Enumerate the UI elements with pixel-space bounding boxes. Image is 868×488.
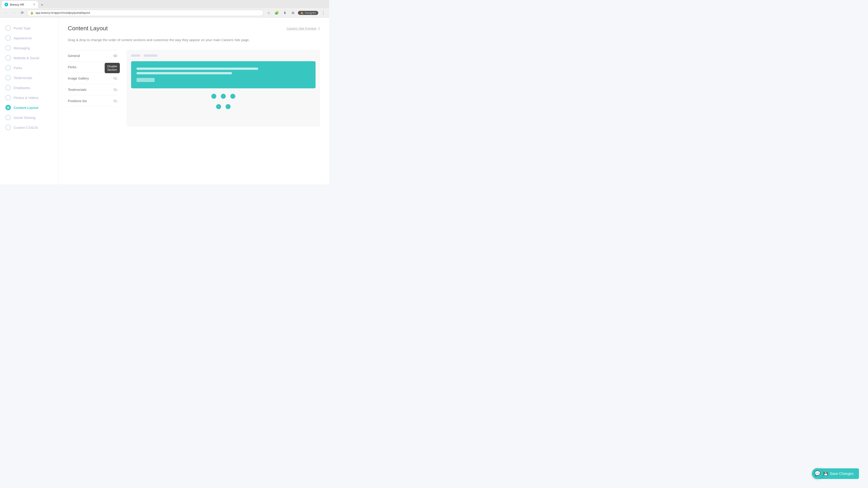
preview-panel xyxy=(127,50,320,127)
sidebar-item-appearance[interactable]: Appearance xyxy=(0,33,59,43)
sidebar-item-content-layout[interactable]: Content Layout xyxy=(0,103,59,112)
sidebar-label-photos-videos: Photos & Videos xyxy=(13,96,39,100)
sidebar-item-portal-type[interactable]: Portal Type xyxy=(0,23,59,33)
preview-hero-btn xyxy=(136,78,155,82)
active-tab[interactable]: B Breezy HR ✕ xyxy=(2,1,38,8)
careers-preview-link[interactable]: Careers Site Preview ↗ xyxy=(287,27,320,30)
section-name-positions-list: Positions list xyxy=(68,99,87,103)
section-row-testimonials: Testimonials xyxy=(68,84,118,95)
sidebar-label-messaging: Messaging xyxy=(13,46,30,50)
browser-toolbar: ← → ⟳ 🔒 app.breezy.hr/app/c/moodjoy/port… xyxy=(0,8,329,18)
preview-dot xyxy=(216,104,221,109)
preview-hero-line1 xyxy=(136,68,258,70)
main-content: Content Layout Careers Site Preview ↗ Dr… xyxy=(59,18,329,184)
browser-tab-row: B Breezy HR ✕ + xyxy=(0,0,329,8)
app-layout: Portal TypeAppearanceMessagingWebsite & … xyxy=(0,18,329,184)
tab-title: Breezy HR xyxy=(10,3,24,6)
sidebar-item-employees[interactable]: Employees xyxy=(0,83,59,93)
section-eye-general[interactable] xyxy=(113,54,118,57)
preview-dots-row-2 xyxy=(216,104,230,109)
toolbar-right: ☆ 🧩 ⬇ ⧉ 🕵 Incognito ⋮ xyxy=(266,10,327,16)
sidebar-label-portal-type: Portal Type xyxy=(13,26,31,30)
svg-rect-0 xyxy=(7,107,9,107)
preview-dot xyxy=(221,94,226,99)
section-name-testimonials: Testimonials xyxy=(68,88,87,92)
page-description: Drag & drop to change the order of conte… xyxy=(68,37,320,43)
section-name-perks: Perks xyxy=(68,65,76,69)
sidebar-label-testimonials: Testimonials xyxy=(13,76,32,80)
sidebar-label-appearance: Appearance xyxy=(13,36,32,40)
svg-point-3 xyxy=(115,55,116,56)
sidebar: Portal TypeAppearanceMessagingWebsite & … xyxy=(0,18,59,184)
sidebar-item-social-sharing[interactable]: Social Sharing xyxy=(0,112,59,123)
preview-header-bars xyxy=(131,55,157,57)
back-button[interactable]: ← xyxy=(3,10,9,16)
page-title: Content Layout xyxy=(68,25,107,32)
sidebar-item-testimonials[interactable]: Testimonials xyxy=(0,73,59,83)
sidebar-label-employees: Employees xyxy=(13,86,30,90)
sidebar-icon-testimonials xyxy=(5,75,11,80)
sidebar-label-custom-css-js: Custom CSS/JS xyxy=(13,126,38,129)
svg-rect-1 xyxy=(7,107,9,108)
sidebar-item-perks[interactable]: Perks xyxy=(0,63,59,73)
sidebar-icon-perks xyxy=(5,65,11,70)
page-header: Content Layout Careers Site Preview ↗ xyxy=(68,25,320,32)
refresh-button[interactable]: ⟳ xyxy=(19,10,25,16)
sidebar-icon-social-sharing xyxy=(5,115,11,120)
bookmark-icon[interactable]: ☆ xyxy=(266,10,272,16)
content-area: GeneralPerksDisableSection↖Image Gallery… xyxy=(68,50,320,127)
split-icon[interactable]: ⧉ xyxy=(290,10,296,16)
download-icon[interactable]: ⬇ xyxy=(282,10,288,16)
sidebar-label-social-sharing: Social Sharing xyxy=(13,116,35,120)
cursor-indicator: ↖ xyxy=(115,68,118,73)
sidebar-item-photos-videos[interactable]: Photos & Videos xyxy=(0,93,59,103)
sidebar-label-perks: Perks xyxy=(13,66,22,70)
preview-dot xyxy=(230,94,235,99)
sidebar-icon-content-layout xyxy=(5,105,11,110)
sidebar-label-content-layout: Content Layout xyxy=(13,106,38,109)
sidebar-icon-custom-css-js xyxy=(5,125,11,130)
sidebar-icon-appearance xyxy=(5,35,11,41)
sidebar-label-website-social: Website & Social xyxy=(13,56,39,60)
sidebar-item-website-social[interactable]: Website & Social xyxy=(0,53,59,63)
incognito-badge: 🕵 Incognito xyxy=(298,11,318,15)
section-name-general: General xyxy=(68,54,80,58)
section-eye-testimonials[interactable] xyxy=(113,88,118,91)
section-eye-image-gallery[interactable] xyxy=(113,77,118,80)
section-row-image-gallery: Image Gallery xyxy=(68,73,118,84)
sections-list: GeneralPerksDisableSection↖Image Gallery… xyxy=(68,50,118,107)
address-bar[interactable]: 🔒 app.breezy.hr/app/c/moodjoy/portal/lay… xyxy=(27,10,264,16)
section-name-image-gallery: Image Gallery xyxy=(68,76,89,80)
preview-bar-1 xyxy=(131,55,140,57)
preview-bar-2 xyxy=(144,55,157,57)
sidebar-icon-website-social xyxy=(5,55,11,61)
forward-button[interactable]: → xyxy=(11,10,17,16)
url-text: app.breezy.hr/app/c/moodjoy/portal/layou… xyxy=(35,11,90,14)
section-row-positions-list: Positions list xyxy=(68,95,118,107)
section-row-perks: PerksDisableSection↖ xyxy=(68,61,118,73)
sidebar-item-messaging[interactable]: Messaging xyxy=(0,43,59,53)
preview-dot xyxy=(225,104,230,109)
extensions-icon[interactable]: 🧩 xyxy=(274,10,280,16)
menu-icon[interactable]: ⋮ xyxy=(320,10,327,16)
tab-close-button[interactable]: ✕ xyxy=(33,3,35,6)
new-tab-button[interactable]: + xyxy=(39,2,45,8)
sidebar-icon-photos-videos xyxy=(5,95,11,100)
preview-dots-row-1 xyxy=(211,94,235,99)
svg-rect-2 xyxy=(7,108,9,109)
preview-hero xyxy=(131,61,315,88)
external-link-icon: ↗ xyxy=(318,27,320,30)
section-eye-positions-list[interactable] xyxy=(113,99,118,103)
preview-hero-line2 xyxy=(136,72,232,74)
preview-dot xyxy=(211,94,216,99)
tab-favicon: B xyxy=(4,3,8,6)
sidebar-icon-employees xyxy=(5,85,11,90)
section-row-general: General xyxy=(68,50,118,61)
sidebar-icon-portal-type xyxy=(5,25,11,31)
sidebar-item-custom-css-js[interactable]: Custom CSS/JS xyxy=(0,123,59,132)
incognito-label: Incognito xyxy=(305,11,316,14)
sidebar-icon-messaging xyxy=(5,45,11,51)
